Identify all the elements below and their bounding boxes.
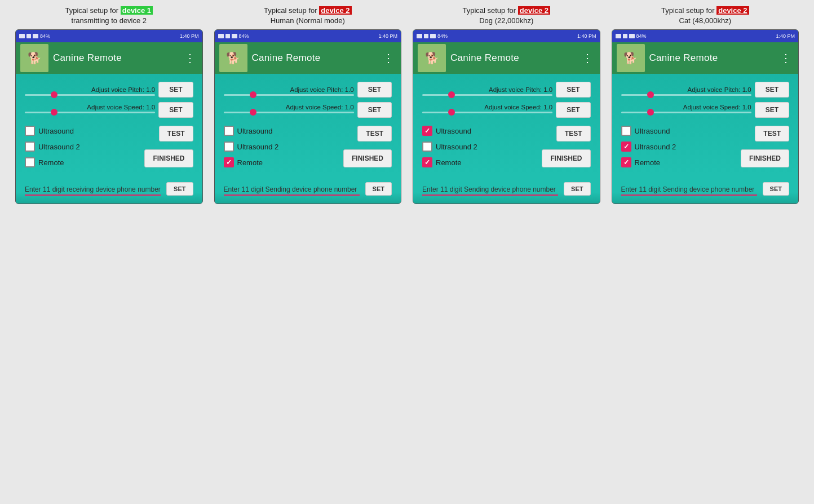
checkbox-1-1[interactable] — [25, 126, 35, 136]
test-button-3[interactable]: TEST — [556, 126, 591, 142]
menu-icon-1[interactable]: ⋮ — [182, 49, 198, 67]
pitch-thumb-1[interactable] — [51, 91, 57, 98]
finished-button-4[interactable]: FINISHED — [741, 149, 789, 167]
test-button-4[interactable]: TEST — [755, 126, 789, 142]
speed-thumb-3[interactable] — [448, 109, 455, 116]
checkbox-3-1[interactable] — [422, 126, 432, 136]
pitch-label-3: Adjust voice Pitch: 1.0 — [422, 86, 552, 93]
menu-icon-2[interactable]: ⋮ — [381, 49, 396, 67]
phone-1: 84% 1:40 PM 🐕 Canine Remote ⋮ Adjust voi… — [15, 29, 203, 204]
set-pitch-button-1[interactable]: SET — [158, 82, 193, 98]
speed-slider-3[interactable] — [422, 112, 552, 113]
test-button-1[interactable]: TEST — [159, 126, 193, 142]
set-speed-button-2[interactable]: SET — [357, 102, 392, 118]
test-button-2[interactable]: TEST — [357, 126, 392, 142]
pitch-row-4: Adjust voice Pitch: 1.0 Adjust voice Spe… — [621, 82, 790, 118]
pitch-thumb-2[interactable] — [250, 91, 256, 98]
app-title-1: Canine Remote — [53, 52, 178, 64]
checkbox-section-3: Ultrasound Ultrasound 2 Remote TEST FI — [422, 126, 591, 167]
status-bar-right-3: 1:40 PM — [577, 33, 596, 39]
speed-thumb-2[interactable] — [250, 109, 256, 116]
status-bar-left-1: 84% — [19, 33, 50, 39]
set-speed-button-1[interactable]: SET — [158, 102, 193, 118]
checkbox-4-2[interactable] — [621, 142, 631, 152]
checkbox-1-2[interactable] — [25, 142, 35, 152]
labels-col-2: Adjust voice Pitch: 1.0 Adjust voice Spe… — [224, 86, 354, 113]
phone-content-4: Adjust voice Pitch: 1.0 Adjust voice Spe… — [612, 74, 799, 175]
pitch-control-3: Adjust voice Pitch: 1.0 — [422, 86, 552, 96]
pitch-label-2: Adjust voice Pitch: 1.0 — [224, 86, 354, 93]
pitch-thumb-4[interactable] — [647, 91, 654, 98]
checkbox-4-3[interactable] — [621, 157, 631, 167]
phone-input-label-2: Enter 11 digit Sending device phone numb… — [224, 185, 360, 196]
caption-prefix-2: Typical setup for — [264, 6, 319, 15]
checkbox-3-3[interactable] — [422, 157, 432, 167]
battery-small-3 — [430, 34, 436, 38]
pitch-slider-4[interactable] — [621, 94, 751, 96]
checkboxes-3: Ultrasound Ultrasound 2 Remote — [422, 126, 538, 167]
caption-2: Typical setup for device 2Human (Normal … — [214, 6, 402, 26]
pitch-thumb-3[interactable] — [448, 91, 455, 98]
phone-bottom-2: Enter 11 digit Sending device phone numb… — [215, 175, 401, 204]
set-speed-button-4[interactable]: SET — [755, 102, 789, 118]
speed-slider-4[interactable] — [621, 112, 751, 113]
caption-device-1: device 1 — [121, 6, 153, 15]
status-time-1: 1:40 PM — [180, 33, 199, 39]
checkbox-3-2[interactable] — [422, 142, 432, 152]
pitch-control-2: Adjust voice Pitch: 1.0 — [224, 86, 354, 96]
pitch-slider-2[interactable] — [224, 94, 354, 96]
app-title-3: Canine Remote — [450, 52, 575, 64]
set-pitch-button-3[interactable]: SET — [556, 82, 590, 98]
checkbox-label-4-2: Ultrasound 2 — [635, 143, 676, 151]
speed-thumb-4[interactable] — [647, 109, 654, 116]
labels-col-4: Adjust voice Pitch: 1.0 Adjust voice Spe… — [621, 86, 751, 113]
speed-slider-2[interactable] — [224, 112, 354, 113]
checkbox-label-2-3: Remote — [237, 158, 263, 167]
phone-input-row-2: Enter 11 digit Sending device phone numb… — [224, 182, 392, 196]
labels-col-1: Adjust voice Pitch: 1.0 Adjust voice Spe… — [25, 86, 155, 113]
set-phone-button-2[interactable]: SET — [365, 182, 392, 196]
checkbox-row-3-2: Ultrasound 2 — [422, 142, 538, 152]
checkbox-2-2[interactable] — [224, 142, 234, 152]
caption-suffix-2: Human (Normal mode) — [271, 16, 345, 25]
set-pitch-button-4[interactable]: SET — [755, 82, 789, 98]
checkbox-section-4: Ultrasound Ultrasound 2 Remote TEST FI — [621, 126, 790, 167]
caption-4: Typical setup for device 2Cat (48,000khz… — [612, 6, 799, 26]
finished-button-3[interactable]: FINISHED — [542, 149, 590, 167]
checkbox-1-3[interactable] — [25, 157, 35, 167]
pitch-slider-1[interactable] — [25, 94, 155, 96]
app-icon-2: 🐕 — [219, 44, 247, 72]
set-phone-button-3[interactable]: SET — [564, 182, 590, 196]
app-bar-2: 🐕 Canine Remote ⋮ — [215, 42, 401, 74]
checkbox-row-3-3: Remote — [422, 157, 538, 167]
set-buttons-col-2: SET SET — [357, 82, 392, 118]
status-bar-4: 84% 1:40 PM — [612, 30, 799, 42]
menu-icon-3[interactable]: ⋮ — [579, 49, 595, 67]
speed-thumb-1[interactable] — [51, 109, 57, 116]
checkbox-2-1[interactable] — [224, 126, 234, 136]
set-pitch-button-2[interactable]: SET — [357, 82, 392, 98]
menu-icon-4[interactable]: ⋮ — [778, 49, 794, 67]
set-speed-button-3[interactable]: SET — [556, 102, 590, 118]
battery-small-2 — [232, 34, 237, 38]
signal-icon-1 — [26, 34, 31, 38]
speed-label-4: Adjust voice Speed: 1.0 — [621, 104, 751, 110]
pitch-slider-3[interactable] — [422, 94, 552, 96]
caption-prefix-4: Typical setup for — [661, 6, 716, 15]
checkbox-label-1-3: Remote — [38, 158, 64, 167]
set-phone-button-1[interactable]: SET — [166, 182, 193, 196]
status-bar-left-2: 84% — [218, 33, 249, 39]
set-phone-button-4[interactable]: SET — [763, 182, 789, 196]
caption-device-3: device 2 — [518, 6, 550, 15]
checkbox-2-3[interactable] — [224, 157, 234, 167]
pitch-label-1: Adjust voice Pitch: 1.0 — [25, 86, 155, 93]
finished-button-1[interactable]: FINISHED — [144, 149, 193, 167]
status-bar-right-1: 1:40 PM — [180, 33, 199, 39]
speed-control-1: Adjust voice Speed: 1.0 — [25, 104, 155, 113]
checkbox-4-1[interactable] — [621, 126, 631, 136]
speed-slider-1[interactable] — [25, 112, 155, 113]
finished-button-2[interactable]: FINISHED — [343, 149, 392, 167]
checkbox-row-1-3: Remote — [25, 157, 141, 167]
wifi-icon-1 — [19, 34, 25, 38]
phone-bottom-3: Enter 11 digit Sending device phone numb… — [413, 175, 600, 204]
